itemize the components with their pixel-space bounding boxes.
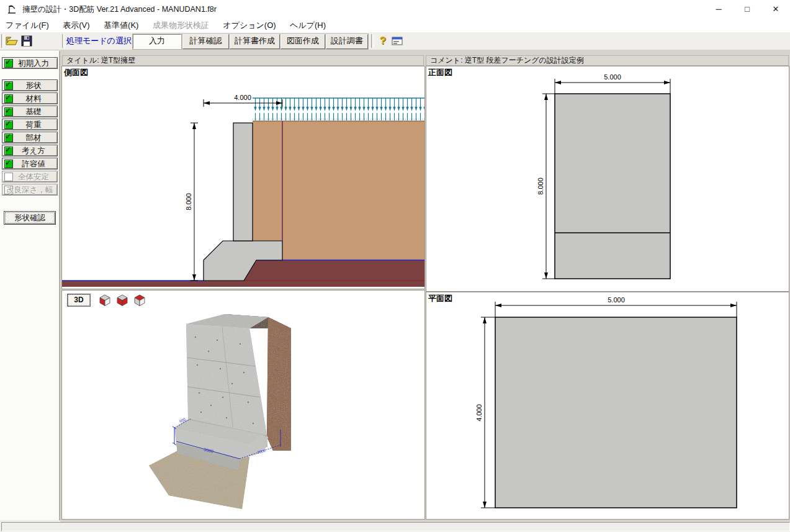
mode-button-report-make[interactable]: 計算書作成 (230, 34, 280, 49)
floppy-icon (20, 34, 34, 48)
menu-help[interactable]: ヘルプ(H) (284, 19, 331, 32)
open-file-button[interactable] (5, 34, 19, 48)
side-view-drawing: 4.000 8.000 (62, 68, 424, 289)
surcharge-load-arrows (253, 98, 424, 120)
sidebar-item-label: 基礎 (2, 107, 57, 117)
dim-width-value: 5.000 (608, 296, 625, 304)
toolbar: 処理モードの選択 入力 計算確認 計算書作成 図面作成 設計調書 ? (0, 32, 790, 50)
view3d-render[interactable]: 600 5000 2000 (62, 291, 424, 519)
dim-arrow (483, 502, 487, 508)
toolbar-separator (62, 34, 65, 48)
status-bar (1, 522, 790, 531)
wall-front-outline (555, 94, 670, 279)
view-cube-button-2[interactable] (115, 294, 129, 307)
cube-icon (98, 294, 112, 307)
cube-icon (133, 294, 146, 307)
toolbar-separator (371, 34, 374, 48)
sidebar: ✓ 初期入力 ✓ 形状 ✓ 材料 ✓ 基礎 ✓ 荷重 ✓ 部材 ✓ 考え方 ✓ (0, 51, 60, 520)
view-cube-button-1[interactable] (98, 294, 112, 307)
dim-arrow (555, 81, 561, 84)
side-view-label: 側面図 (64, 67, 88, 78)
mode-button-calc-check[interactable]: 計算確認 (182, 34, 229, 49)
sidebar-item-label: 部材 (2, 133, 57, 143)
sidebar-item-improvement-depth: 改良深さ，幅 (2, 184, 58, 196)
window-mail-icon (391, 34, 403, 48)
dim-arrow (483, 317, 487, 323)
menu-view[interactable]: 表示(V) (57, 19, 95, 32)
plan-view-drawing: 5.000 4.000 (426, 292, 789, 519)
menu-deliverable-verify: 成果物形状検証 (147, 19, 215, 32)
sidebar-item-member[interactable]: ✓ 部材 (2, 132, 58, 143)
dim-height-value: 4.000 (475, 404, 483, 422)
sidebar-item-label: 材料 (2, 94, 57, 104)
side-view-panel: 側面図 (61, 66, 425, 289)
front-view-label: 正面図 (428, 67, 452, 78)
view3d-panel: 3D (61, 290, 425, 520)
dim-arrow (204, 101, 210, 105)
sidebar-item-approach[interactable]: ✓ 考え方 (2, 145, 58, 156)
dim-height-value: 8.000 (537, 178, 544, 195)
focus-rect (68, 295, 89, 305)
backfill-soil (253, 121, 424, 260)
support-window-button[interactable] (391, 34, 403, 48)
title-header-bar: タイトル: 逆T型擁壁 (62, 55, 424, 66)
sidebar-item-material[interactable]: ✓ 材料 (2, 92, 58, 104)
sidebar-item-load[interactable]: ✓ 荷重 (2, 119, 58, 130)
sidebar-item-label: 初期入力 (2, 58, 57, 69)
window-title: 擁壁の設計・3D配筋 Ver.21 Advanced - MANUDAN1.f8… (22, 0, 217, 19)
dim-height-value: 8.000 (185, 193, 192, 210)
sidebar-item-label: 考え方 (2, 146, 57, 156)
dim-width-value: 4.000 (234, 94, 251, 101)
view-cube-button-3[interactable] (133, 294, 146, 307)
dim-arrow (544, 273, 548, 279)
dim-width-value: 5.000 (604, 73, 621, 81)
dim-arrow (730, 304, 737, 307)
focus-rect (6, 213, 54, 223)
dim-arrow (544, 94, 548, 100)
plan-view-label: 平面図 (428, 293, 452, 304)
menu-file[interactable]: ファイル(F) (0, 19, 55, 32)
sidebar-item-shape[interactable]: ✓ 形状 (2, 79, 58, 91)
wall-stem-section (233, 123, 253, 241)
title-bar: 擁壁の設計・3D配筋 Ver.21 Advanced - MANUDAN1.f8… (0, 0, 790, 19)
help-button[interactable]: ? (377, 34, 388, 48)
maximize-button[interactable]: □ (733, 0, 761, 19)
sidebar-item-label: 許容値 (2, 159, 57, 169)
minimize-button[interactable]: ─ (704, 0, 733, 19)
menu-basis[interactable]: 基準値(K) (98, 19, 144, 32)
sidebar-item-overall-stability: 全体安定 (2, 171, 58, 183)
front-view-drawing: 5.000 8.000 (426, 68, 789, 291)
mode-button-design-doc[interactable]: 設計調書 (326, 34, 368, 49)
soil-side-face (267, 317, 291, 451)
shape-confirm-button[interactable]: 形状確認 (4, 211, 56, 225)
view3d-toggle-button[interactable]: 3D (67, 294, 91, 307)
sidebar-item-label: 形状 (2, 81, 57, 91)
menu-options[interactable]: オプション(O) (217, 19, 281, 32)
front-view-panel: 正面図 5.000 8.000 (426, 66, 789, 292)
open-folder-icon (5, 34, 19, 48)
sidebar-item-label: 改良深さ，幅 (2, 185, 57, 196)
mode-button-drawing-make[interactable]: 図面作成 (281, 34, 325, 49)
app-window: 擁壁の設計・3D配筋 Ver.21 Advanced - MANUDAN1.f8… (0, 0, 790, 532)
close-button[interactable]: ✕ (761, 0, 790, 19)
cube-icon (115, 294, 129, 307)
sidebar-item-allowable[interactable]: ✓ 許容値 (2, 158, 58, 169)
comment-header-bar: コメント: 逆T型 段差フーチングの設計設定例 (426, 55, 789, 66)
app-icon (7, 4, 17, 14)
menu-bar: ファイル(F) 表示(V) 基準値(K) 成果物形状検証 オプション(O) ヘル… (0, 19, 790, 32)
sidebar-item-foundation[interactable]: ✓ 基礎 (2, 106, 58, 117)
mode-select-label: 処理モードの選択 (66, 32, 132, 50)
plan-view-panel: 平面図 5.000 4.000 (426, 292, 789, 520)
sidebar-item-label: 全体安定 (2, 172, 57, 183)
dim-arrow (495, 304, 501, 307)
dim-arrow (192, 123, 196, 129)
dim-arrow (192, 274, 196, 281)
sidebar-item-label: 荷重 (2, 120, 57, 130)
mode-button-input[interactable]: 入力 (133, 34, 181, 49)
save-button[interactable] (20, 34, 34, 48)
toolbar-separator (1, 34, 4, 48)
dim-arrow (664, 81, 670, 84)
footing-plan-outline (495, 317, 737, 508)
sidebar-item-initial-input[interactable]: ✓ 初期入力 (2, 57, 58, 69)
